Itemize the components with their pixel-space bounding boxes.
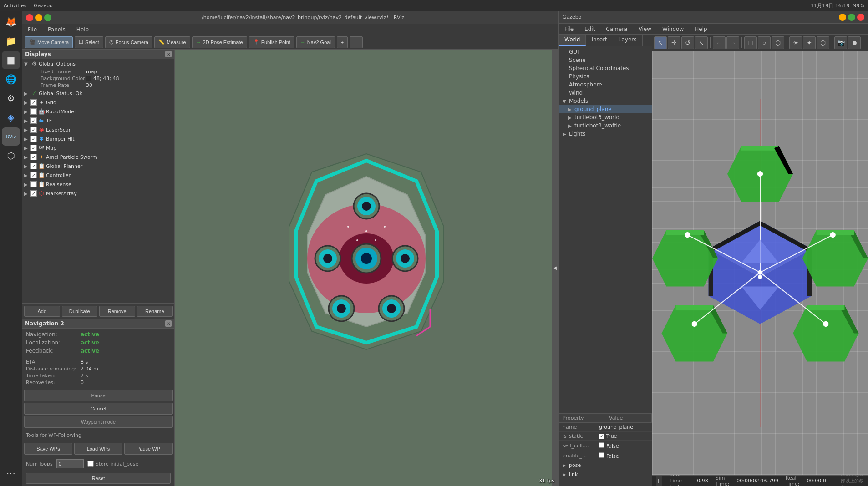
gazebo-translate-tool[interactable]: ✛ — [668, 36, 680, 49]
gazebo-undo-btn[interactable]: ← — [713, 36, 726, 49]
controller-checkbox[interactable]: ✓ — [30, 172, 37, 178]
tf-checkbox[interactable]: ✓ — [30, 117, 37, 124]
global-options-item[interactable]: ▼ ⚙ Global Options — [22, 59, 174, 68]
marker-checkbox[interactable]: ✓ — [30, 190, 37, 197]
gazebo-sphere-btn[interactable]: ○ — [758, 36, 771, 49]
publish-point-btn[interactable]: 📍 Publish Point — [249, 36, 294, 48]
marker-array-item[interactable]: ▶ ✓ ⬡ MarkerArray — [22, 189, 174, 198]
realsense-item[interactable]: ▶ 📋 Realsense — [22, 180, 174, 189]
dock-network[interactable]: 🌐 — [2, 70, 20, 88]
gazebo-point-light-btn[interactable]: ✦ — [803, 36, 816, 49]
gazebo-redo-btn[interactable]: → — [726, 36, 739, 49]
dock-code[interactable]: ◈ — [2, 108, 20, 127]
gazebo-3d-scene[interactable] — [652, 51, 868, 475]
gazebo-spot-light-btn[interactable]: ⬡ — [817, 36, 829, 49]
gazebo-menu-help[interactable]: Help — [693, 25, 709, 33]
dock-rviz[interactable]: RViz — [2, 127, 20, 146]
map-checkbox[interactable]: ✓ — [30, 145, 37, 151]
prop-enable-row[interactable]: enable_... False — [559, 451, 652, 461]
laserscan-checkbox[interactable]: ✓ — [30, 127, 37, 133]
tree-atmosphere[interactable]: Atmosphere — [559, 81, 652, 89]
robotmodel-checkbox[interactable] — [30, 108, 37, 115]
dock-github[interactable]: ⬡ — [2, 147, 20, 165]
prop-name-row[interactable]: name ground_plane — [559, 423, 652, 432]
gazebo-rotate-tool[interactable]: ↺ — [681, 36, 694, 49]
dock-menu[interactable]: ⋯ — [2, 464, 20, 482]
tree-spherical[interactable]: Spherical Coordinates — [559, 64, 652, 72]
duplicate-display-btn[interactable]: Duplicate — [62, 306, 98, 317]
robotmodel-item[interactable]: ▶ 🤖 RobotModel — [22, 107, 174, 116]
measure-btn[interactable]: 📏 Measure — [154, 36, 190, 48]
pause-btn[interactable]: Pause — [24, 390, 173, 401]
dock-firefox[interactable]: 🦊 — [2, 13, 20, 31]
dock-terminal[interactable]: ■ — [2, 51, 20, 69]
rviz-minimize-btn[interactable] — [35, 14, 42, 21]
tree-lights[interactable]: ▶ Lights — [559, 130, 652, 138]
num-loops-input[interactable] — [56, 459, 84, 468]
global-status-item[interactable]: ▶ ✓ Global Status: Ok — [22, 89, 174, 98]
displays-close-btn[interactable]: ✕ — [165, 51, 172, 57]
viewport-scroll-arrows[interactable]: ◀ — [552, 50, 558, 486]
global-planner-item[interactable]: ▶ ✓ 📋 Global Planner — [22, 162, 174, 171]
navigation-panel-close[interactable]: ✕ — [165, 320, 172, 327]
prop-link-row[interactable]: ▶ link — [559, 470, 652, 479]
gazebo-menu-edit[interactable]: Edit — [583, 25, 597, 33]
focus-camera-btn[interactable]: ◎ Focus Camera — [105, 36, 152, 48]
prop-pose-row[interactable]: ▶ pose — [559, 461, 652, 470]
rviz-maximize-btn[interactable] — [44, 14, 51, 21]
gazebo-screenshot-btn[interactable]: 📷 — [834, 36, 847, 49]
gazebo-minimize-btn[interactable] — [839, 14, 846, 21]
gazebo-menu-view[interactable]: View — [636, 25, 653, 33]
gazebo-menu-camera[interactable]: Camera — [604, 25, 629, 33]
add-tool-btn[interactable]: + — [337, 36, 348, 48]
save-wps-btn[interactable]: Save WPs — [24, 443, 72, 455]
gazebo-cylinder-btn[interactable]: ⬡ — [772, 36, 784, 49]
load-wps-btn[interactable]: Load WPs — [74, 443, 122, 455]
reset-btn[interactable]: Reset — [26, 473, 171, 484]
grid-item[interactable]: ▶ ✓ ⊞ Grid — [22, 98, 174, 107]
amcl-item[interactable]: ▶ ✓ ✦ Amcl Particle Swarm — [22, 152, 174, 162]
tab-world[interactable]: World — [559, 35, 586, 46]
grid-checkbox[interactable]: ✓ — [30, 99, 37, 106]
gazebo-box-btn[interactable]: □ — [744, 36, 757, 49]
minus-tool-btn[interactable]: — — [350, 36, 363, 48]
tree-turtlebot3-waffle[interactable]: ▶ turtlebot3_waffle — [559, 122, 652, 130]
tab-insert[interactable]: Insert — [586, 35, 613, 46]
map-item[interactable]: ▶ ✓ 🗺 Map — [22, 143, 174, 152]
prop-static-row[interactable]: is_static ✓True — [559, 432, 652, 441]
store-pose-checkbox[interactable] — [87, 461, 94, 467]
tree-ground-plane[interactable]: ▶ ground_plane — [559, 105, 652, 113]
gazebo-select-tool[interactable]: ↖ — [654, 36, 667, 49]
global-planner-checkbox[interactable]: ✓ — [30, 163, 37, 169]
pose-estimate-btn[interactable]: → 2D Pose Estimate — [192, 36, 247, 48]
amcl-checkbox[interactable]: ✓ — [30, 154, 37, 160]
add-display-btn[interactable]: Add — [24, 306, 60, 317]
rviz-menu-help[interactable]: Help — [75, 25, 91, 34]
waypoint-mode-btn[interactable]: Waypoint mode — [24, 416, 173, 428]
move-camera-btn[interactable]: 🎥 Move Camera — [25, 36, 73, 48]
main-viewport[interactable]: ◀ 31 fps — [175, 50, 558, 486]
gazebo-menu-file[interactable]: File — [563, 25, 575, 33]
gazebo-record-btn[interactable]: ⏺ — [848, 36, 861, 49]
gazebo-sun-light-btn[interactable]: ☀ — [789, 36, 802, 49]
tab-layers[interactable]: Layers — [613, 35, 643, 46]
rename-display-btn[interactable]: Rename — [137, 306, 173, 317]
dock-files[interactable]: 📁 — [2, 32, 20, 50]
cancel-btn[interactable]: Cancel — [24, 403, 173, 415]
tree-models[interactable]: ▼ Models — [559, 97, 652, 105]
pause-wp-btn[interactable]: Pause WP — [124, 443, 173, 455]
nav-goal-btn[interactable]: → Nav2 Goal — [296, 36, 335, 48]
tf-item[interactable]: ▶ ✓ ⇋ TF — [22, 116, 174, 125]
tree-turtlebot3-world[interactable]: ▶ turtlebot3_world — [559, 113, 652, 122]
bumper-checkbox[interactable]: ✓ — [30, 136, 37, 142]
rviz-close-btn[interactable] — [26, 14, 33, 21]
dock-settings[interactable]: ⚙ — [2, 89, 20, 107]
controller-item[interactable]: ▶ ✓ 📋 Controller — [22, 171, 174, 180]
bumper-hlt-item[interactable]: ▶ ✓ ✱ Bumper Hlt — [22, 134, 174, 143]
tree-gui[interactable]: GUI — [559, 48, 652, 56]
pause-sim-btn[interactable]: ⏸ — [656, 476, 662, 486]
select-btn[interactable]: ☐ Select — [75, 36, 103, 48]
laserscan-item[interactable]: ▶ ✓ ◉ LaserScan — [22, 125, 174, 134]
prop-selfcoll-row[interactable]: self_coll.... False — [559, 441, 652, 451]
rviz-menu-file[interactable]: File — [26, 25, 39, 34]
